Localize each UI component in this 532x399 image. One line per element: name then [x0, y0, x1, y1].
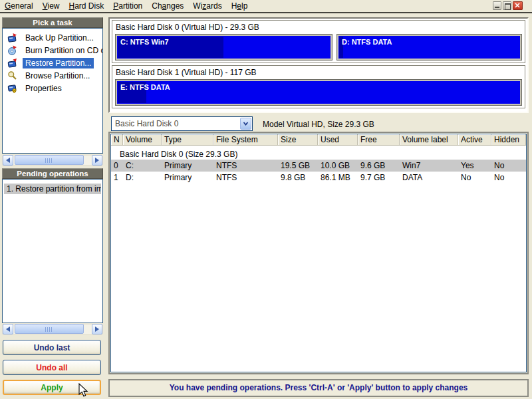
partition-c[interactable]: C: NTFS Win7: [115, 34, 332, 61]
volumes-table-frame: N Volume Type File System Size Used Free…: [108, 132, 529, 374]
chevron-down-icon: [243, 122, 249, 126]
maximize-button[interactable]: [503, 1, 511, 10]
window-controls: [493, 1, 523, 10]
disk-label: Basic Hard Disk 0 (Virtual HD) - 29.3 GB: [112, 21, 525, 32]
scrollbar-thumb[interactable]: [15, 155, 84, 165]
restore-disk-icon: [7, 58, 17, 68]
col-header-volume[interactable]: Volume: [123, 134, 162, 146]
arrow-left-icon: [6, 158, 10, 163]
table-group-row: Basic Hard Disk 0 (Size 29.3 GB): [111, 149, 526, 160]
burn-cd-icon: [7, 45, 17, 55]
properties-disk-icon: [7, 83, 17, 93]
col-header-volume-label[interactable]: Volume label: [400, 134, 458, 146]
scrollbar-track[interactable]: [13, 155, 92, 166]
menu-wizards[interactable]: Wizards: [188, 0, 226, 12]
menu-general[interactable]: General: [0, 0, 38, 12]
disk-label: Basic Hard Disk 1 (Virtual HD) - 117 GB: [112, 66, 525, 77]
task-browse-partition[interactable]: Browse Partition...: [3, 69, 102, 82]
scroll-left-button[interactable]: [3, 155, 13, 166]
menubar: General View Hard Disk Partition Changes…: [0, 0, 532, 12]
pending-operation-item[interactable]: 1. Restore partition from im: [4, 184, 101, 194]
partition-label: C: NTFS Win7: [120, 38, 169, 46]
partition-label: D: NTFS DATA: [342, 38, 392, 46]
disk-model-info: Model Virtual HD, Size 29.3 GB: [263, 120, 374, 129]
partition-e[interactable]: E: NTFS DATA: [115, 79, 522, 106]
arrow-left-icon: [6, 327, 10, 332]
status-bar: You have pending operations. Press 'Ctrl…: [108, 379, 529, 397]
volumes-table: N Volume Type File System Size Used Free…: [110, 134, 527, 372]
task-burn-partition-cd[interactable]: Burn Partition on CD c: [3, 44, 102, 57]
menu-changes[interactable]: Changes: [147, 0, 188, 12]
arrow-right-icon: [95, 158, 99, 163]
scrollbar-thumb[interactable]: [15, 324, 84, 334]
mouse-cursor: [78, 383, 90, 399]
scroll-right-button[interactable]: [92, 324, 102, 334]
col-header-active[interactable]: Active: [458, 134, 491, 146]
task-restore-partition[interactable]: Restore Partition...: [3, 57, 102, 69]
pending-operations-list: 1. Restore partition from im: [2, 179, 103, 323]
table-row[interactable]: 0 C: Primary NTFS 19.5 GB 10.0 GB 9.6 GB…: [111, 160, 526, 172]
app-window: General View Hard Disk Partition Changes…: [0, 0, 532, 399]
minimize-button[interactable]: [493, 1, 501, 10]
dropdown-button[interactable]: [240, 118, 251, 130]
menu-view[interactable]: View: [38, 0, 65, 12]
undo-all-button[interactable]: Undo all: [3, 360, 101, 375]
disk-selector-value: Basic Hard Disk 0: [112, 119, 239, 128]
task-label: Restore Partition...: [23, 58, 94, 68]
col-header-free[interactable]: Free: [358, 134, 400, 146]
task-label: Browse Partition...: [23, 70, 92, 81]
disk-selector-combobox[interactable]: Basic Hard Disk 0: [111, 116, 253, 131]
task-list-scrollbar[interactable]: [2, 155, 103, 166]
task-list: Back Up Partition... Burn Partition on C…: [2, 28, 103, 154]
scroll-left-button[interactable]: [3, 324, 13, 334]
backup-disk-icon: [7, 33, 17, 43]
task-label: Burn Partition on CD c: [23, 45, 103, 56]
close-button[interactable]: [513, 1, 523, 10]
task-backup-partition[interactable]: Back Up Partition...: [3, 31, 102, 44]
undo-last-button[interactable]: Undo last: [3, 340, 101, 355]
table-row[interactable]: 1 D: Primary NTFS 9.8 GB 86.1 MB 9.7 GB …: [111, 172, 526, 184]
partition-label: E: NTFS DATA: [120, 83, 170, 91]
arrow-right-icon: [95, 327, 99, 332]
menu-hard-disk[interactable]: Hard Disk: [65, 0, 109, 12]
col-header-used[interactable]: Used: [318, 134, 358, 146]
partition-row: E: NTFS DATA: [115, 79, 522, 106]
partition-row: C: NTFS Win7 D: NTFS DATA: [115, 34, 522, 61]
col-header-file-system[interactable]: File System: [213, 134, 278, 146]
pending-operations-header: Pending operations: [2, 168, 103, 179]
table-header-row: N Volume Type File System Size Used Free…: [111, 134, 526, 146]
disk-map-panel: Basic Hard Disk 0 (Virtual HD) - 29.3 GB…: [108, 17, 529, 113]
partition-d[interactable]: D: NTFS DATA: [336, 34, 522, 61]
task-label: Properties: [23, 83, 65, 94]
menubar-separator: [0, 12, 532, 13]
scroll-right-button[interactable]: [92, 155, 102, 166]
disk-group-1: Basic Hard Disk 1 (Virtual HD) - 117 GB …: [112, 65, 525, 108]
col-header-type[interactable]: Type: [162, 134, 213, 146]
menu-partition[interactable]: Partition: [108, 0, 147, 12]
disk-group-0: Basic Hard Disk 0 (Virtual HD) - 29.3 GB…: [112, 20, 525, 63]
menu-help[interactable]: Help: [227, 0, 253, 12]
pending-list-scrollbar[interactable]: [2, 324, 103, 334]
col-header-size[interactable]: Size: [278, 134, 318, 146]
col-header-hidden[interactable]: Hidden: [491, 134, 526, 146]
task-properties[interactable]: Properties: [3, 82, 102, 94]
browse-magnifier-icon: [7, 70, 17, 80]
pick-a-task-header: Pick a task: [2, 17, 103, 28]
col-header-n[interactable]: N: [111, 134, 123, 146]
task-label: Back Up Partition...: [23, 33, 96, 43]
scrollbar-track[interactable]: [13, 324, 92, 334]
